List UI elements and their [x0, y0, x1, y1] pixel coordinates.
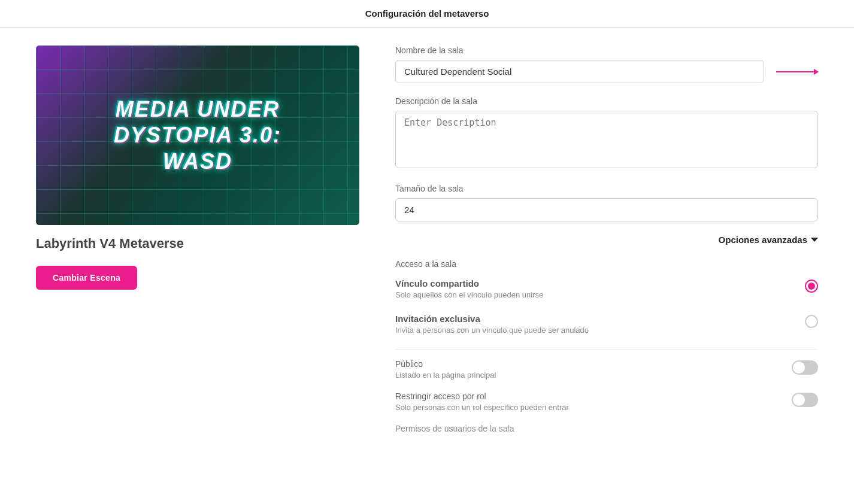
scene-thumbnail: MEDIA UNDER DYSTOPIA 3.0: WASD	[36, 45, 359, 225]
room-size-label: Tamaño de la sala	[395, 184, 818, 193]
public-toggle-group: Público Listado en la página principal	[395, 359, 818, 379]
shared-link-title: Vínculo compartido	[395, 278, 805, 289]
shared-link-text: Vínculo compartido Solo aquellos con el …	[395, 278, 805, 299]
exclusive-invite-option: Invitación exclusiva Invita a personas c…	[395, 314, 818, 337]
room-name-input-row	[395, 60, 818, 83]
shared-link-radio[interactable]	[805, 280, 818, 293]
restrict-role-toggle[interactable]	[792, 393, 818, 407]
public-toggle[interactable]	[792, 360, 818, 375]
room-name-label: Nombre de la sala	[395, 45, 818, 55]
exclusive-invite-title: Invitación exclusiva	[395, 314, 805, 324]
right-panel: Nombre de la sala Descripción de la sala…	[395, 45, 818, 433]
arrow-line	[776, 71, 818, 72]
exclusive-invite-desc: Invita a personas con un vínculo que pue…	[395, 326, 805, 335]
room-name-field-group: Nombre de la sala	[395, 45, 818, 83]
chevron-down-icon	[811, 238, 818, 242]
left-panel: MEDIA UNDER DYSTOPIA 3.0: WASD Labyrinth…	[36, 45, 359, 433]
advanced-options-label: Opciones avanzadas	[719, 235, 807, 245]
advanced-options-row: Opciones avanzadas	[395, 235, 818, 245]
access-section-label: Acceso a la sala	[395, 259, 818, 269]
change-scene-button[interactable]: Cambiar Escena	[36, 266, 137, 290]
radio-inner	[808, 283, 815, 290]
restrict-role-toggle-group: Restringir acceso por rol Solo personas …	[395, 391, 818, 412]
room-name-input-wrapper	[395, 60, 764, 83]
public-title: Público	[395, 359, 792, 369]
advanced-options-button[interactable]: Opciones avanzadas	[719, 235, 818, 245]
public-text: Público Listado en la página principal	[395, 359, 792, 379]
exclusive-invite-text: Invitación exclusiva Invita a personas c…	[395, 314, 805, 335]
main-content: MEDIA UNDER DYSTOPIA 3.0: WASD Labyrinth…	[0, 28, 854, 451]
shared-link-option: Vínculo compartido Solo aquellos con el …	[395, 278, 818, 302]
room-users-perm-title: Permisos de usuarios de la sala	[395, 424, 818, 433]
public-desc: Listado en la página principal	[395, 371, 792, 379]
restrict-role-desc: Solo personas con un rol especifico pued…	[395, 403, 792, 412]
room-desc-input[interactable]	[395, 111, 818, 168]
page-title: Configuración del metaverso	[365, 8, 489, 19]
room-size-field-group: Tamaño de la sala	[395, 184, 818, 221]
scene-text-overlay: MEDIA UNDER DYSTOPIA 3.0: WASD	[114, 96, 281, 174]
room-name-display: Labyrinth V4 Metaverse	[36, 236, 359, 251]
divider-1	[395, 349, 818, 350]
room-desc-label: Descripción de la sala	[395, 96, 818, 106]
room-desc-field-group: Descripción de la sala	[395, 96, 818, 171]
arrow-indicator	[774, 71, 818, 72]
header: Configuración del metaverso	[0, 0, 854, 28]
access-section: Acceso a la sala Vínculo compartido Solo…	[395, 259, 818, 433]
room-size-input[interactable]	[395, 198, 818, 221]
room-name-input[interactable]	[395, 60, 764, 83]
restrict-role-text: Restringir acceso por rol Solo personas …	[395, 391, 792, 412]
exclusive-invite-radio[interactable]	[805, 315, 818, 328]
restrict-role-title: Restringir acceso por rol	[395, 391, 792, 401]
shared-link-desc: Solo aquellos con el vínculo pueden unir…	[395, 290, 805, 299]
